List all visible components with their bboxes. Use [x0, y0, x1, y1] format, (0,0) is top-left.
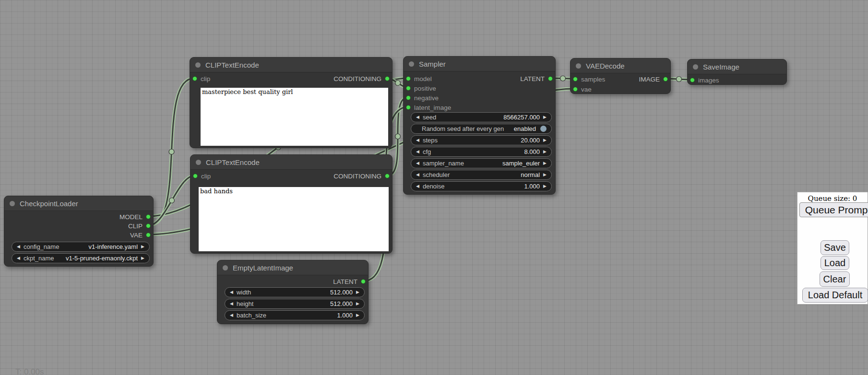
node-status-dot[interactable]	[409, 61, 414, 67]
link-midpoint-dot[interactable]	[169, 198, 175, 203]
output-slot-dot[interactable]	[146, 214, 151, 219]
node-title-bar[interactable]: CheckpointLoader	[4, 196, 153, 211]
output-slot-latent[interactable]: LATENT	[520, 74, 553, 83]
output-slot-dot[interactable]	[663, 77, 668, 82]
stepper-left-icon[interactable]: ◀	[416, 150, 419, 154]
clear-button[interactable]: Clear	[820, 271, 850, 287]
node-status-dot[interactable]	[10, 201, 15, 206]
link-midpoint-dot[interactable]	[169, 149, 174, 154]
input-slot-positive[interactable]: positive	[406, 83, 436, 93]
node-title-bar[interactable]: VAEDecode	[571, 59, 670, 73]
widget-denoise[interactable]: ◀denoise1.000▶	[411, 181, 552, 191]
widget-sampler-name[interactable]: ◀sampler_namesample_euler▶	[411, 158, 552, 168]
output-slot-model[interactable]: MODEL	[119, 212, 151, 222]
node-title-bar[interactable]: CLIPTextEncode	[190, 155, 392, 170]
link-wire[interactable]	[149, 78, 194, 225]
input-slot-dot[interactable]	[406, 86, 411, 91]
input-slot-latent-image[interactable]: latent_image	[406, 103, 451, 112]
stepper-left-icon[interactable]: ◀	[416, 138, 419, 142]
node-title-bar[interactable]: Sampler	[404, 57, 555, 71]
stepper-left-icon[interactable]: ◀	[17, 256, 20, 260]
link-wire[interactable]	[149, 176, 195, 225]
stepper-left-icon[interactable]: ◀	[416, 161, 419, 165]
input-slot-negative[interactable]: negative	[406, 93, 439, 103]
node-title-bar[interactable]: SaveImage	[688, 59, 786, 74]
node-vae-decode[interactable]: VAEDecodesamplesvaeIMAGE	[570, 58, 671, 94]
output-slot-conditioning[interactable]: CONDITIONING	[333, 171, 390, 181]
stepper-left-icon[interactable]: ◀	[416, 173, 419, 177]
input-slot-dot[interactable]	[406, 76, 411, 81]
link-wire[interactable]	[149, 176, 195, 225]
output-slot-dot[interactable]	[385, 76, 390, 81]
widget-cfg[interactable]: ◀cfg8.000▶	[411, 147, 552, 157]
output-slot-dot[interactable]	[385, 174, 390, 178]
output-slot-conditioning[interactable]: CONDITIONING	[333, 74, 390, 83]
node-status-dot[interactable]	[196, 160, 201, 165]
input-slot-clip[interactable]: clip	[193, 171, 211, 181]
widget-height[interactable]: ◀height512.000▶	[225, 299, 365, 309]
stepper-left-icon[interactable]: ◀	[17, 245, 20, 249]
output-slot-latent[interactable]: LATENT	[333, 277, 366, 286]
stepper-left-icon[interactable]: ◀	[230, 302, 233, 306]
output-slot-dot[interactable]	[146, 223, 151, 228]
node-clip-text-encode-positive[interactable]: CLIPTextEncodeclipCONDITIONINGmasterpiec…	[190, 57, 392, 148]
node-checkpoint-loader[interactable]: CheckpointLoaderMODELCLIPVAE◀config_name…	[4, 196, 154, 267]
stepper-right-icon[interactable]: ▶	[543, 161, 547, 165]
stepper-right-icon[interactable]: ▶	[543, 115, 547, 119]
stepper-left-icon[interactable]: ◀	[416, 115, 419, 119]
link-wire[interactable]	[149, 78, 194, 225]
link-midpoint-dot[interactable]	[395, 134, 401, 139]
widget-batch-size[interactable]: ◀batch_size1.000▶	[225, 310, 365, 320]
node-title-bar[interactable]: CLIPTextEncode	[190, 58, 392, 72]
widget-config-name[interactable]: ◀config_namev1-inference.yaml▶	[12, 242, 150, 252]
input-slot-dot[interactable]	[690, 78, 695, 82]
widget-scheduler[interactable]: ◀schedulernormal▶	[411, 170, 552, 180]
widget-random-seed-after-every-gen[interactable]: Random seed after every genenabled	[411, 124, 552, 134]
input-slot-dot[interactable]	[406, 95, 411, 100]
stepper-right-icon[interactable]: ▶	[141, 245, 144, 249]
stepper-right-icon[interactable]: ▶	[356, 302, 359, 306]
input-slot-images[interactable]: images	[690, 75, 719, 85]
prompt-textarea[interactable]: masterpiece best quality girl	[201, 88, 388, 146]
link-midpoint-dot[interactable]	[395, 81, 401, 86]
stepper-right-icon[interactable]: ▶	[543, 150, 547, 154]
input-slot-dot[interactable]	[193, 174, 198, 178]
node-status-dot[interactable]	[223, 265, 228, 270]
stepper-right-icon[interactable]: ▶	[356, 290, 359, 294]
widget-steps[interactable]: ◀steps20.000▶	[411, 135, 552, 145]
widget-ckpt-name[interactable]: ◀ckpt_namev1-5-pruned-emaonly.ckpt▶	[12, 253, 150, 263]
stepper-left-icon[interactable]: ◀	[230, 290, 233, 294]
node-empty-latent-image[interactable]: EmptyLatentImageLATENT◀width512.000▶◀hei…	[217, 260, 369, 324]
input-slot-dot[interactable]	[573, 77, 578, 82]
widget-width[interactable]: ◀width512.000▶	[225, 287, 365, 297]
output-slot-image[interactable]: IMAGE	[639, 74, 668, 84]
input-slot-dot[interactable]	[192, 76, 197, 81]
input-slot-dot[interactable]	[406, 105, 411, 110]
node-status-dot[interactable]	[576, 63, 581, 69]
output-slot-dot[interactable]	[548, 76, 553, 81]
output-slot-clip[interactable]: CLIP	[128, 221, 151, 231]
node-save-image[interactable]: SaveImageimages	[687, 59, 787, 85]
node-sampler[interactable]: Samplermodelpositivenegativelatent_image…	[403, 56, 556, 195]
node-status-dot[interactable]	[195, 62, 201, 68]
stepper-left-icon[interactable]: ◀	[230, 313, 233, 317]
load-button[interactable]: Load	[820, 256, 849, 270]
node-title-bar[interactable]: EmptyLatentImage	[217, 260, 368, 275]
input-slot-vae[interactable]: vae	[573, 84, 592, 94]
node-clip-text-encode-negative[interactable]: CLIPTextEncodeclipCONDITIONINGbad hands	[190, 154, 392, 254]
stepper-right-icon[interactable]: ▶	[543, 173, 547, 177]
stepper-right-icon[interactable]: ▶	[543, 138, 547, 142]
output-slot-dot[interactable]	[361, 279, 366, 284]
widget-seed[interactable]: ◀seed8566257.000▶	[411, 112, 552, 122]
node-status-dot[interactable]	[693, 64, 698, 70]
save-button[interactable]: Save	[820, 240, 849, 255]
link-midpoint-dot[interactable]	[677, 77, 682, 82]
stepper-right-icon[interactable]: ▶	[543, 184, 547, 188]
input-slot-clip[interactable]: clip	[192, 74, 210, 83]
queue-prompt-button[interactable]: Queue Prompt	[799, 202, 868, 217]
link-midpoint-dot[interactable]	[560, 76, 566, 81]
stepper-left-icon[interactable]: ◀	[416, 184, 419, 188]
input-slot-samples[interactable]: samples	[573, 74, 605, 84]
graph-canvas[interactable]: CheckpointLoaderMODELCLIPVAE◀config_name…	[0, 0, 868, 375]
input-slot-dot[interactable]	[573, 87, 578, 92]
